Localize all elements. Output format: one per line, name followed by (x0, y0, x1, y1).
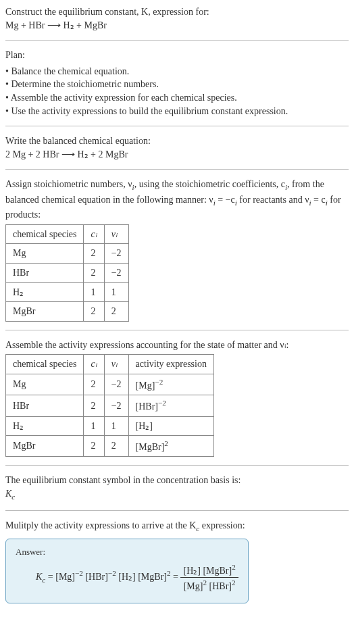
assign-t4: = −c (216, 195, 235, 205)
activity-base: [HBr] (136, 401, 158, 412)
symbol-k: Kc (5, 487, 349, 502)
table-cell: −2 (104, 374, 128, 395)
answer-numerator: [H₂] [MgBr]2 (180, 562, 238, 578)
symbol-line: The equilibrium constant symbol in the c… (5, 474, 349, 487)
answer-box: Answer: Kc = [Mg]−2 [HBr]−2 [H₂] [MgBr]2… (5, 539, 249, 603)
activity-base: [Mg] (136, 380, 155, 391)
term: [MgBr]2 (203, 566, 235, 576)
multiply-line: Mulitply the activity expressions to arr… (5, 519, 349, 534)
table-cell: [H₂] (128, 416, 213, 436)
table-cell: 2 (104, 302, 128, 322)
table-cell: 2 (84, 436, 104, 457)
plan-item: Use the activity expressions to build th… (5, 105, 349, 118)
table-cell: −2 (104, 264, 128, 283)
assign-t5: for reactants and ν (237, 195, 309, 205)
col-v: νᵢ (104, 224, 128, 244)
equals: = (48, 572, 55, 582)
col-activity: activity expression (128, 355, 213, 374)
plan-item: Assemble the activity expression for eac… (5, 91, 349, 105)
assign-t2: , using the stoichiometric coefficients,… (134, 179, 285, 189)
table-cell: 2 (104, 436, 128, 457)
table-cell: H₂ (6, 416, 84, 436)
activity-exp: −2 (155, 378, 163, 386)
table-header-row: chemical species cᵢ νᵢ (6, 224, 129, 244)
activity-table: chemical species cᵢ νᵢ activity expressi… (5, 354, 214, 457)
activity-base: [MgBr] (136, 442, 165, 452)
activity-exp: −2 (158, 399, 166, 407)
activity-exp: 2 (164, 439, 168, 447)
table-cell: [MgBr]2 (128, 436, 213, 457)
table-row: Mg2−2[Mg]−2 (6, 374, 214, 395)
balanced-equation: 2 Mg + 2 HBr ⟶ H₂ + 2 MgBr (5, 148, 349, 162)
term: [H₂] (118, 572, 135, 582)
col-v: νᵢ (104, 355, 128, 374)
table-cell: [Mg]−2 (128, 374, 213, 395)
table-cell: 2 (84, 244, 104, 264)
activity-base: [H₂] (136, 421, 153, 431)
table-cell: −2 (104, 244, 128, 264)
table-row: MgBr22 (6, 302, 129, 322)
separator (5, 169, 349, 170)
assign-t6: = c (311, 195, 326, 205)
assign-t1: Assign stoichiometric numbers, ν (5, 179, 132, 189)
table-header-row: chemical species cᵢ νᵢ activity expressi… (6, 355, 214, 374)
table-row: Mg2−2 (6, 244, 129, 264)
table-cell: HBr (6, 264, 84, 283)
plan-heading: Plan: (5, 49, 349, 62)
table-cell: 1 (104, 282, 128, 302)
table-cell: Mg (6, 244, 84, 264)
table-cell: Mg (6, 374, 84, 395)
separator (5, 126, 349, 126)
answer-denominator: [Mg]2 [HBr]2 (180, 578, 238, 593)
intro-text: Construct the equilibrium constant, K, e… (5, 7, 209, 17)
k-letter: K (36, 572, 42, 582)
table-cell: 2 (84, 264, 104, 283)
table-row: HBr2−2 (6, 264, 129, 283)
table-cell: −2 (104, 395, 128, 416)
plan-block: Plan: Balance the chemical equation.Dete… (5, 49, 349, 118)
table-cell: [HBr]−2 (128, 395, 213, 416)
assign-block: Assign stoichiometric numbers, νi, using… (5, 178, 349, 322)
separator (5, 465, 349, 466)
col-species: chemical species (6, 224, 84, 244)
equals: = (173, 572, 180, 582)
k-sub: c (42, 576, 45, 584)
symbol-block: The equilibrium constant symbol in the c… (5, 474, 349, 502)
table-row: H₂11[H₂] (6, 416, 214, 436)
answer-label: Answer: (16, 546, 238, 558)
col-c: cᵢ (84, 355, 104, 374)
term: [MgBr]2 (138, 572, 170, 582)
activity-heading: Assemble the activity expressions accoun… (5, 339, 349, 352)
mult-t2: expression: (199, 520, 245, 530)
table-row: H₂11 (6, 282, 129, 302)
assign-table: chemical species cᵢ νᵢ Mg2−2HBr2−2H₂11Mg… (5, 224, 129, 322)
term: [H₂] (183, 566, 200, 576)
answer-expression: Kc = [Mg]−2 [HBr]−2 [H₂] [MgBr]2 = [H₂] … (16, 562, 238, 593)
mult-t1: Mulitply the activity expressions to arr… (5, 520, 196, 530)
balanced-block: Write the balanced chemical equation: 2 … (5, 134, 349, 161)
intro-equation: Mg + HBr ⟶ H₂ + MgBr (5, 19, 349, 32)
assign-text: Assign stoichiometric numbers, νi, using… (5, 178, 349, 222)
activity-block: Assemble the activity expressions accoun… (5, 339, 349, 457)
col-c: cᵢ (84, 224, 104, 244)
table-cell: MgBr (6, 302, 84, 322)
table-cell: 2 (84, 302, 104, 322)
separator (5, 40, 349, 41)
intro-block: Construct the equilibrium constant, K, e… (5, 5, 349, 32)
term: [HBr]2 (209, 581, 236, 591)
term: [Mg]−2 (55, 572, 83, 582)
answer-fraction: [H₂] [MgBr]2 [Mg]2 [HBr]2 (180, 562, 238, 593)
table-row: MgBr22[MgBr]2 (6, 436, 214, 457)
separator (5, 510, 349, 511)
term: [HBr]−2 (85, 572, 116, 582)
k-sub: c (11, 493, 15, 501)
table-cell: 1 (84, 416, 104, 436)
intro-line: Construct the equilibrium constant, K, e… (5, 5, 349, 19)
k-letter: K (5, 489, 11, 499)
table-cell: HBr (6, 395, 84, 416)
term: [Mg]2 (184, 581, 207, 591)
separator (5, 330, 349, 330)
table-cell: H₂ (6, 282, 84, 302)
plan-item: Balance the chemical equation. (5, 65, 349, 78)
table-cell: 2 (84, 374, 104, 395)
